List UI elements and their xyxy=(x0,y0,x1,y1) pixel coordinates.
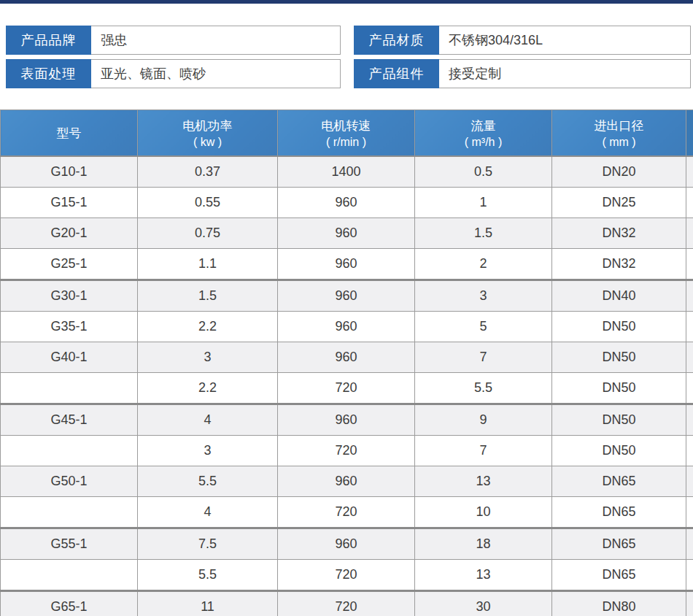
edge-sliver-cell xyxy=(686,560,693,591)
table-row: G55-17.596018DN65 xyxy=(1,528,693,560)
cell-power: 4 xyxy=(138,404,278,436)
cell-flow: 5 xyxy=(415,312,552,342)
header-diameter-label: 进出口径 xyxy=(595,119,644,133)
table-row: G35-12.29605DN50 xyxy=(1,312,693,342)
cell-diameter: DN65 xyxy=(552,497,686,528)
edge-sliver-cell xyxy=(686,249,693,280)
header-model-label: 型号 xyxy=(57,126,82,140)
cell-speed: 960 xyxy=(278,218,415,249)
spec-value-surface: 亚光、镜面、喷砂 xyxy=(91,59,341,88)
spec-value-material: 不锈钢304/316L xyxy=(439,26,691,55)
edge-sliver-cell xyxy=(686,342,693,373)
cell-diameter: DN32 xyxy=(552,249,686,280)
cell-model xyxy=(1,436,138,466)
spec-table: 型号 电机功率 ( kw ) 电机转速 ( r/min ) 流量 ( m³/h … xyxy=(0,109,693,616)
spec-value-brand: 强忠 xyxy=(91,26,341,55)
header-flow: 流量 ( m³/h ) xyxy=(415,110,552,157)
spec-label-surface: 表面处理 xyxy=(6,59,91,88)
cell-diameter: DN40 xyxy=(552,280,686,312)
cell-model: G40-1 xyxy=(1,342,138,373)
table-row: G10-10.3714000.5DN20 xyxy=(1,156,693,188)
header-flow-label: 流量 xyxy=(471,119,496,133)
cell-flow: 0.5 xyxy=(415,156,552,188)
cell-power: 5.5 xyxy=(138,466,278,497)
table-row: G50-15.596013DN65 xyxy=(1,466,693,497)
cell-power: 0.37 xyxy=(138,156,278,188)
cell-model: G35-1 xyxy=(1,312,138,342)
cell-flow: 18 xyxy=(415,528,552,560)
cell-model: G20-1 xyxy=(1,218,138,249)
cell-model: G15-1 xyxy=(1,188,138,218)
header-model: 型号 xyxy=(1,110,138,157)
cell-speed: 1400 xyxy=(278,156,415,188)
edge-sliver-cell xyxy=(686,156,693,188)
table-row: G45-149609DN50 xyxy=(1,404,693,436)
spec-label-components: 产品组件 xyxy=(354,59,439,88)
cell-flow: 7 xyxy=(415,436,552,466)
header-power-label: 电机功率 xyxy=(183,119,233,133)
cell-power: 1.5 xyxy=(138,280,278,312)
spec-value-components: 接受定制 xyxy=(439,59,691,88)
cell-speed: 960 xyxy=(278,466,415,497)
cell-model xyxy=(1,560,138,591)
cell-power: 1.1 xyxy=(138,249,278,280)
cell-diameter: DN50 xyxy=(552,373,686,404)
cell-diameter: DN65 xyxy=(552,466,686,497)
cell-diameter: DN50 xyxy=(552,436,686,466)
edge-sliver-cell xyxy=(686,188,693,218)
header-diameter-unit: ( mm ) xyxy=(553,136,685,149)
spec-label-material: 产品材质 xyxy=(354,26,439,55)
table-row: 472010DN65 xyxy=(1,497,693,528)
header-speed-unit: ( r/min ) xyxy=(279,136,414,149)
spec-table-body: G10-10.3714000.5DN20G15-10.559601DN25G20… xyxy=(1,156,693,616)
edge-sliver-header xyxy=(686,110,693,157)
cell-diameter: DN65 xyxy=(552,560,686,591)
cell-flow: 1 xyxy=(415,188,552,218)
table-row: 5.572013DN65 xyxy=(1,560,693,591)
cell-flow: 3 xyxy=(415,280,552,312)
cell-diameter: DN25 xyxy=(552,188,686,218)
cell-speed: 960 xyxy=(278,342,415,373)
spec-item-components: 产品组件 接受定制 xyxy=(354,59,691,88)
cell-model: G45-1 xyxy=(1,404,138,436)
header-row: 型号 电机功率 ( kw ) 电机转速 ( r/min ) 流量 ( m³/h … xyxy=(1,110,693,157)
header-diameter: 进出口径 ( mm ) xyxy=(552,110,686,157)
cell-diameter: DN50 xyxy=(552,342,686,373)
cell-flow: 13 xyxy=(415,560,552,591)
header-flow-unit: ( m³/h ) xyxy=(416,136,551,149)
spec-label-brand: 产品品牌 xyxy=(6,26,91,55)
edge-sliver-cell xyxy=(686,497,693,528)
table-row: G65-11172030DN80 xyxy=(1,591,693,616)
cell-speed: 720 xyxy=(278,436,415,466)
header-power: 电机功率 ( kw ) xyxy=(138,110,278,157)
cell-flow: 7 xyxy=(415,342,552,373)
edge-sliver-cell xyxy=(686,528,693,560)
cell-speed: 720 xyxy=(278,560,415,591)
cell-flow: 1.5 xyxy=(415,218,552,249)
cell-flow: 13 xyxy=(415,466,552,497)
product-spec-page: { "page": { "top_bar_color": "#213a6f", … xyxy=(0,0,693,616)
cell-model xyxy=(1,373,138,404)
cell-speed: 960 xyxy=(278,249,415,280)
cell-model: G30-1 xyxy=(1,280,138,312)
cell-power: 4 xyxy=(138,497,278,528)
table-row: G30-11.59603DN40 xyxy=(1,280,693,312)
cell-power: 11 xyxy=(138,591,278,616)
cell-power: 0.75 xyxy=(138,218,278,249)
cell-flow: 9 xyxy=(415,404,552,436)
cell-model: G55-1 xyxy=(1,528,138,560)
edge-sliver-cell xyxy=(686,436,693,466)
cell-diameter: DN32 xyxy=(552,218,686,249)
top-navy-bar xyxy=(0,0,693,4)
table-row: G15-10.559601DN25 xyxy=(1,188,693,218)
cell-power: 5.5 xyxy=(138,560,278,591)
cell-model: G10-1 xyxy=(1,156,138,188)
edge-sliver-cell xyxy=(686,591,693,616)
cell-power: 2.2 xyxy=(138,373,278,404)
spec-item-brand: 产品品牌 强忠 xyxy=(6,26,341,55)
cell-power: 0.55 xyxy=(138,188,278,218)
cell-flow: 2 xyxy=(415,249,552,280)
cell-model: G25-1 xyxy=(1,249,138,280)
edge-sliver-cell xyxy=(686,280,693,312)
cell-speed: 720 xyxy=(278,591,415,616)
